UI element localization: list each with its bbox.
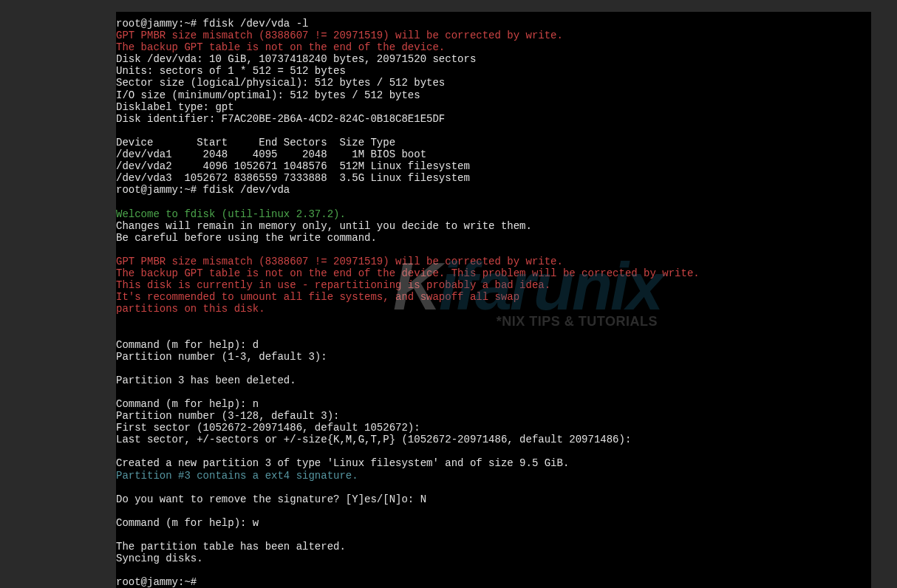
terminal-line: GPT PMBR size mismatch (8388607 != 20971… bbox=[116, 30, 871, 41]
terminal-line: Welcome to fdisk (util-linux 2.37.2). bbox=[116, 208, 871, 220]
terminal-line bbox=[116, 564, 871, 576]
terminal-line: Units: sectors of 1 * 512 = 512 bytes bbox=[116, 65, 871, 77]
terminal-line bbox=[116, 196, 871, 208]
terminal-line: Partition #3 contains a ext4 signature. bbox=[116, 470, 871, 482]
terminal-line: root@jammy:~# fdisk /dev/vda -l bbox=[116, 18, 871, 30]
terminal-line: Command (m for help): w bbox=[116, 517, 871, 529]
terminal-line bbox=[116, 482, 871, 493]
terminal-line: The partition table has been altered. bbox=[116, 541, 871, 553]
terminal-line: Do you want to remove the signature? [Y]… bbox=[116, 493, 871, 505]
terminal-line: root@jammy:~# fdisk /dev/vda bbox=[116, 184, 871, 196]
terminal-line bbox=[116, 244, 871, 256]
terminal-line bbox=[116, 505, 871, 517]
terminal-line: GPT PMBR size mismatch (8388607 != 20971… bbox=[116, 256, 871, 267]
terminal-line: Syncing disks. bbox=[116, 553, 871, 564]
terminal-line bbox=[116, 125, 871, 137]
terminal-line: Partition number (1-3, default 3): bbox=[116, 351, 871, 363]
terminal-line: Partition 3 has been deleted. bbox=[116, 375, 871, 386]
terminal-line: The backup GPT table is not on the end o… bbox=[116, 41, 871, 53]
terminal-line: /dev/vda1 2048 4095 2048 1M BIOS boot bbox=[116, 148, 871, 160]
terminal-line bbox=[116, 529, 871, 541]
terminal-line: Partition number (3-128, default 3): bbox=[116, 410, 871, 422]
terminal-line: The backup GPT table is not on the end o… bbox=[116, 267, 871, 279]
terminal-line: Disklabel type: gpt bbox=[116, 101, 871, 113]
terminal-line bbox=[116, 363, 871, 375]
terminal-line bbox=[116, 315, 871, 327]
terminal-line: Disk /dev/vda: 10 GiB, 10737418240 bytes… bbox=[116, 53, 871, 65]
terminal-line: Device Start End Sectors Size Type bbox=[116, 137, 871, 148]
terminal-line: This disk is currently in use - repartit… bbox=[116, 279, 871, 291]
terminal-line: Last sector, +/-sectors or +/-size{K,M,G… bbox=[116, 434, 871, 445]
terminal-line: partitions on this disk. bbox=[116, 303, 871, 315]
terminal-line: First sector (1052672-20971486, default … bbox=[116, 422, 871, 434]
terminal-line: Sector size (logical/physical): 512 byte… bbox=[116, 77, 871, 89]
terminal-line: I/O size (minimum/optimal): 512 bytes / … bbox=[116, 89, 871, 101]
terminal-line: It's recommended to umount all file syst… bbox=[116, 291, 871, 303]
terminal-line: Be careful before using the write comman… bbox=[116, 232, 871, 244]
terminal-line: /dev/vda3 1052672 8386559 7333888 3.5G L… bbox=[116, 172, 871, 184]
terminal-line: Created a new partition 3 of type 'Linux… bbox=[116, 457, 871, 469]
terminal-line: root@jammy:~# bbox=[116, 576, 871, 588]
terminal-line bbox=[116, 386, 871, 398]
terminal-line: Changes will remain in memory only, unti… bbox=[116, 220, 871, 232]
terminal-line: Command (m for help): n bbox=[116, 398, 871, 410]
terminal-line: /dev/vda2 4096 1052671 1048576 512M Linu… bbox=[116, 160, 871, 172]
terminal-line bbox=[116, 445, 871, 457]
terminal-window[interactable]: root@jammy:~# fdisk /dev/vda -lGPT PMBR … bbox=[116, 12, 871, 588]
terminal-line: Command (m for help): d bbox=[116, 339, 871, 351]
terminal-line: Disk identifier: F7AC20BE-2B6A-4CD2-824C… bbox=[116, 113, 871, 125]
terminal-line bbox=[116, 327, 871, 338]
